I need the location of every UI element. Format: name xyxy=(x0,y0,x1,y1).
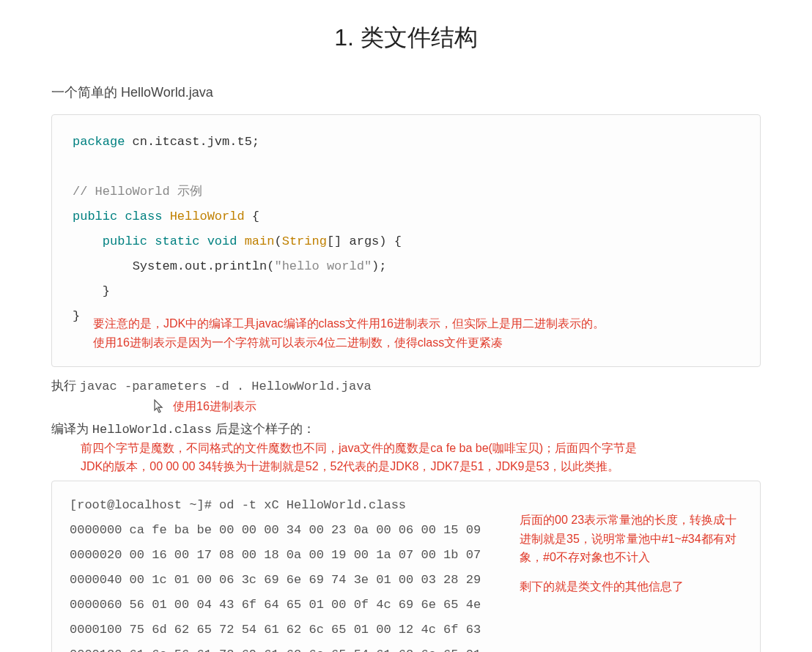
code-text: [] args) { xyxy=(327,234,402,248)
compile-prefix: 编译为 xyxy=(51,422,92,436)
kw-package: package xyxy=(73,135,125,149)
side-note-b: 剩下的就是类文件的其他信息了 xyxy=(520,577,747,596)
cursor-icon xyxy=(154,399,164,414)
javac-command-line: 执行 javac -parameters -d . HellowWorld.ja… xyxy=(51,377,761,394)
magic-note-line-1: 前四个字节是魔数，不同格式的文件魔数也不同，java文件的魔数是ca fe ba… xyxy=(81,439,731,458)
code-comment: // HelloWorld 示例 xyxy=(73,185,202,199)
side-note-a: 后面的00 23表示常量池的长度，转换成十进制就是35，说明常量池中#1~#34… xyxy=(520,511,747,567)
constant-pool-note: 后面的00 23表示常量池的长度，转换成十进制就是35，说明常量池中#1~#34… xyxy=(520,511,747,596)
cursor-annotation-row: 使用16进制表示 xyxy=(154,397,761,416)
hex-row: 0000060 56 01 00 04 43 6f 64 65 01 00 0f… xyxy=(70,598,481,612)
code-text: ( xyxy=(274,234,281,248)
annotation-line-2: 使用16进制表示是因为一个字符就可以表示4位二进制数，使得class文件更紧凑 xyxy=(93,333,739,352)
class-name: HelloWorld xyxy=(170,210,245,223)
hex-dump-block: [root@localhost ~]# od -t xC HelloWorld.… xyxy=(51,481,761,652)
code-text: ); xyxy=(372,259,386,273)
string-literal: "hello world" xyxy=(274,259,372,273)
magic-note-line-2: JDK的版本，00 00 00 34转换为十进制就是52，52代表的是JDK8，… xyxy=(81,457,731,476)
compiled-filename: HelloWorld.class xyxy=(92,423,212,437)
hex-row: 0000000 ca fe ba be 00 00 00 34 00 23 0a… xyxy=(70,523,481,537)
kw-class: class xyxy=(125,210,162,223)
hex-row: 0000100 75 6d 62 65 72 54 61 62 6c 65 01… xyxy=(70,623,481,637)
annotation-hex-note: 要注意的是，JDK中的编译工具javac编译的class文件用16进制表示，但实… xyxy=(93,314,739,352)
kw-void: void xyxy=(207,234,237,248)
compile-result-line: 编译为 HelloWorld.class 后是这个样子的： xyxy=(51,421,761,437)
kw-public: public xyxy=(73,210,117,223)
intro-text: 一个简单的 HelloWorld.java xyxy=(51,84,761,101)
page-title: 1. 类文件结构 xyxy=(51,22,761,54)
hex-row: 0000020 00 16 00 17 08 00 18 0a 00 19 00… xyxy=(70,548,481,562)
hex-row: 0000120 61 6c 56 61 72 69 61 62 6c 65 54… xyxy=(70,648,481,652)
od-command: [root@localhost ~]# od -t xC HelloWorld.… xyxy=(70,498,406,512)
code-text: { xyxy=(245,210,259,223)
magic-number-note: 前四个字节是魔数，不同格式的文件魔数也不同，java文件的魔数是ca fe ba… xyxy=(81,439,731,476)
method-name: main xyxy=(245,234,275,248)
cmd-prefix: 执行 xyxy=(51,379,80,393)
code-text: System.out.println( xyxy=(133,259,275,273)
annotation-line-1: 要注意的是，JDK中的编译工具javac编译的class文件用16进制表示，但实… xyxy=(93,314,739,333)
hex-row: 0000040 00 1c 01 00 06 3c 69 6e 69 74 3e… xyxy=(70,573,481,587)
kw-static: static xyxy=(155,234,199,248)
kw-public: public xyxy=(103,234,147,248)
code-text: cn.itcast.jvm.t5; xyxy=(125,135,259,149)
document-page: 1. 类文件结构 一个简单的 HelloWorld.java package c… xyxy=(0,0,812,652)
code-text: } xyxy=(73,309,80,323)
type-name: String xyxy=(282,234,327,248)
code-text: } xyxy=(73,284,110,298)
source-code-block: package cn.itcast.jvm.t5; // HelloWorld … xyxy=(51,114,761,367)
cmd-text: javac -parameters -d . HellowWorld.java xyxy=(80,379,372,393)
hex-usage-label: 使用16进制表示 xyxy=(173,397,256,416)
compile-suffix: 后是这个样子的： xyxy=(212,422,315,436)
